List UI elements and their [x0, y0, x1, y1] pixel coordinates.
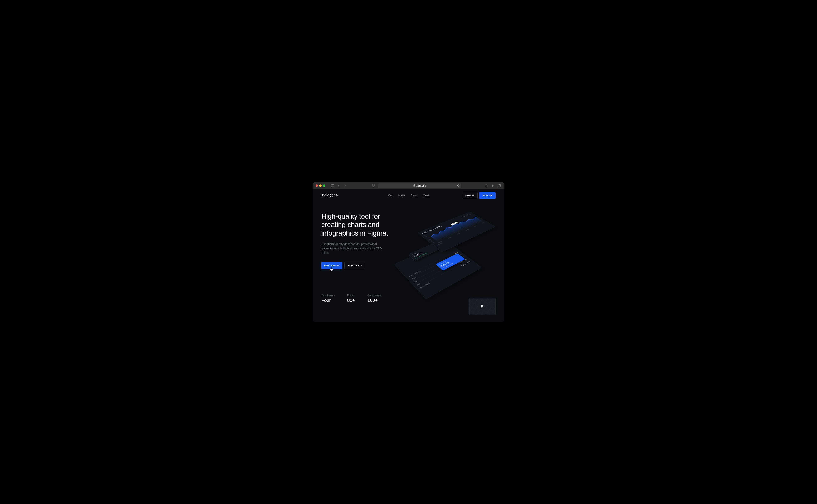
svg-rect-2 [414, 185, 415, 187]
arrow-up-icon [415, 257, 417, 258]
browser-titlebar: 123d.one [313, 182, 504, 189]
lightning-icon [347, 264, 350, 267]
sign-in-button[interactable]: SIGN IN [462, 192, 478, 199]
nav-links: Get Make Read Meet [388, 194, 429, 197]
svg-rect-0 [331, 185, 334, 187]
hero-subtitle: Use them for any dashboards, professiona… [321, 242, 390, 255]
preview-button[interactable]: PREVIEW [344, 262, 365, 269]
close-window-button[interactable] [315, 184, 318, 187]
lock-icon [414, 184, 415, 187]
share-icon[interactable] [484, 183, 488, 188]
svg-rect-7 [498, 185, 500, 187]
nav-link-read[interactable]: Read [411, 194, 417, 197]
hero-title: High-quality tool for creating charts an… [321, 212, 398, 237]
tabs-overview-icon[interactable] [497, 183, 502, 188]
new-tab-icon[interactable] [490, 183, 495, 188]
window-controls [315, 184, 325, 187]
video-thumbnail[interactable] [469, 298, 496, 315]
site-header: 123dne Get Make Read Meet SIGN IN SIGN U… [321, 189, 496, 202]
nav-link-meet[interactable]: Meet [423, 194, 429, 197]
privacy-shield-icon[interactable] [372, 184, 375, 187]
arrow-down-icon [443, 267, 444, 268]
sidebar-toggle-icon[interactable] [330, 183, 335, 188]
address-bar[interactable]: 123d.one [378, 183, 461, 188]
forward-button[interactable] [343, 183, 347, 188]
url-text: 123d.one [417, 184, 426, 187]
reload-icon[interactable] [457, 184, 460, 187]
back-button[interactable] [336, 183, 341, 188]
stat-dashboards: Dashboards Four [321, 294, 335, 303]
pointer-cursor-icon [330, 267, 333, 271]
maximize-window-button[interactable] [323, 184, 325, 187]
nav-link-make[interactable]: Make [398, 194, 405, 197]
stats-row: Dashboards Four Blocks 80+ Components 10… [321, 294, 398, 303]
page-content: 123dne Get Make Read Meet SIGN IN SIGN U… [313, 189, 504, 322]
nav-link-get[interactable]: Get [388, 194, 392, 197]
logo[interactable]: 123dne [321, 193, 337, 198]
stat-components: Components 100+ [367, 294, 381, 303]
logo-check-icon [330, 194, 333, 197]
minimize-window-button[interactable] [319, 184, 321, 187]
isometric-mockup: Previous Close21.07 Open25.31 Bid0.00 x … [400, 204, 500, 299]
browser-window: 123d.one 123dne Get Make Rea [313, 182, 504, 322]
sign-up-button[interactable]: SIGN UP [479, 192, 496, 199]
play-icon [481, 304, 484, 308]
stat-blocks: Blocks 80+ [347, 294, 355, 303]
